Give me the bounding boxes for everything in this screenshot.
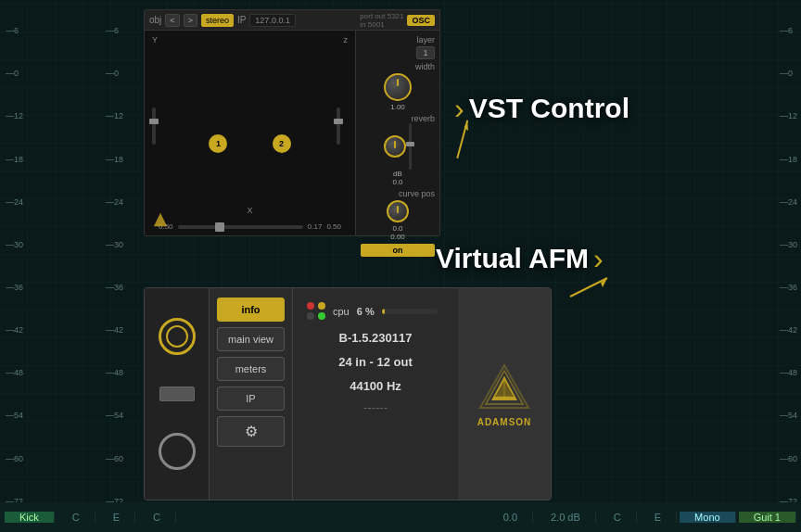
vst-right-fader[interactable] [337, 108, 340, 145]
source-node-1[interactable]: 1 [209, 134, 227, 153]
vst-right-fader-thumb [334, 119, 343, 124]
cpu-label: cpu [333, 306, 350, 317]
scale-labels-right: —6 —0 —12 —18 —24 —30 —36 —42 —48 —54 —6… [776, 0, 801, 532]
z-axis-label: z [344, 35, 349, 44]
pos-x-label: 0.17 [308, 222, 323, 231]
pos-right-label: 0.50 [326, 222, 341, 231]
cpu-bar [382, 309, 386, 314]
afm-content: cpu 6 % B-1.5.230117 24 in - 12 out 4410… [293, 288, 458, 500]
reverb-section: reverb dB 0.0 [361, 114, 435, 186]
afm-nav: info main view meters IP ⚙ [210, 288, 293, 500]
nav-info-button[interactable]: info [217, 298, 285, 322]
reverb-knob[interactable] [384, 135, 406, 158]
reverb-db-label: dB [393, 170, 402, 178]
triangle-logo [152, 211, 169, 228]
afm-panel: info main view meters IP ⚙ cpu 6 % [144, 287, 552, 500]
obj-label: obj [149, 15, 161, 25]
curve-pos-section: curve pos 0.0 0.00 [361, 189, 435, 241]
tab-2db[interactable]: 2.0 dB [536, 512, 596, 523]
source-node-2[interactable]: 2 [273, 134, 291, 153]
tab-guit1[interactable]: Guit 1 [739, 512, 796, 523]
afm-status-row: cpu 6 % [307, 302, 444, 320]
svg-line-1 [443, 120, 481, 158]
nav-settings-button[interactable]: ⚙ [217, 416, 285, 447]
nav-meters-button[interactable]: meters [217, 357, 285, 381]
ip-label-static: IP [237, 15, 246, 25]
dot-red-1 [307, 302, 314, 310]
dot-green-1 [318, 312, 325, 320]
layer-section: layer 1 [361, 35, 435, 59]
layer-label: layer [416, 35, 435, 44]
layer-value[interactable]: 1 [416, 46, 435, 59]
svg-line-3 [570, 278, 607, 297]
curve-pos-knob[interactable] [387, 200, 409, 222]
curve-pos-value: 0.0 [361, 224, 435, 233]
curve-pos-label: curve pos [361, 189, 435, 198]
ip-display: 127.0.0.1 [249, 14, 296, 27]
width-knob[interactable] [384, 73, 412, 101]
afm-sidebar [145, 288, 210, 500]
adamson-triangle-svg [477, 361, 532, 412]
afm-logo-area: ADAMSON [458, 288, 551, 500]
afm-power-button[interactable] [159, 318, 196, 355]
bottom-bar: Kick C E C 0.0 2.0 dB C E Mono Guit 1 [0, 502, 801, 532]
cpu-bar-container [382, 309, 438, 314]
next-button[interactable]: > [184, 14, 197, 27]
reverb-label: reverb [361, 114, 435, 123]
status-dots [307, 302, 325, 320]
vst-left-fader-thumb [149, 119, 159, 124]
tab-c3[interactable]: C [599, 512, 637, 523]
reverb-fader-thumb [406, 142, 414, 146]
width-label: width [361, 62, 435, 71]
afm-sample-rate: 44100 Hz [307, 377, 444, 397]
curve-value2: 0.00 [361, 233, 435, 241]
reverb-fader[interactable] [409, 123, 412, 170]
afm-channels: 24 in - 12 out [307, 353, 444, 373]
stereo-button[interactable]: stereo [201, 14, 234, 27]
vst-left-fader[interactable] [152, 108, 156, 145]
on-button[interactable]: on [361, 244, 435, 257]
power-notch [175, 327, 179, 336]
width-value: 1.00 [361, 103, 435, 111]
virtual-afm-label: Virtual AFM [436, 243, 589, 274]
vst-control-label: VST Control [469, 93, 629, 124]
afm-ring-button[interactable] [159, 433, 196, 470]
x-slider[interactable] [178, 225, 303, 229]
tab-kick[interactable]: Kick [5, 512, 55, 523]
adamson-text: ADAMSON [477, 417, 532, 427]
port-display: port out 5321 in 5001 [360, 12, 403, 29]
tab-c2[interactable]: C [138, 512, 176, 523]
afm-arrow-icon: › [593, 244, 604, 273]
y-axis-label: Y [152, 35, 158, 44]
nav-ip-button[interactable]: IP [217, 386, 285, 411]
vst-right-panel: layer 1 width 1.00 reverb dB [356, 31, 439, 235]
svg-marker-0 [154, 213, 167, 226]
afm-version: B-1.5.230117 [307, 329, 444, 348]
tab-e1[interactable]: E [98, 512, 135, 523]
dot-row-top [307, 302, 325, 310]
vst-toolbar: obj < > stereo IP 127.0.0.1 port out 532… [145, 10, 439, 31]
scale-labels-mid-left: —6 —0 —12 —18 —24 —30 —36 —42 —48 —54 —6… [102, 0, 127, 532]
reverb-value: 0.0 [392, 178, 402, 186]
tab-mono[interactable]: Mono [680, 512, 736, 523]
tab-c1[interactable]: C [57, 512, 95, 523]
x-slider-thumb [215, 222, 224, 232]
vst-main-area: Y z 1 2 X 0.50 [145, 31, 439, 235]
scale-labels-left: —6 —0 —12 —18 —24 —30 —36 —42 —48 —54 —6… [2, 0, 27, 532]
tab-zero[interactable]: 0.0 [489, 512, 533, 523]
vst-xy-pad[interactable]: Y z 1 2 X 0.50 [145, 31, 356, 235]
dot-dark-1 [307, 312, 314, 320]
prev-button[interactable]: < [165, 14, 179, 27]
dot-row-bottom [307, 312, 325, 320]
vst-panel: obj < > stereo IP 127.0.0.1 port out 532… [144, 9, 440, 236]
x-axis-label: X [247, 206, 252, 215]
afm-extra: ------ [307, 400, 444, 414]
osc-button[interactable]: OSC [407, 15, 435, 26]
afm-rect-button[interactable] [159, 386, 195, 401]
dot-yellow-1 [318, 302, 325, 310]
tab-e2[interactable]: E [640, 512, 677, 523]
adamson-logo: ADAMSON [477, 361, 532, 427]
vst-arrow-icon: › [454, 94, 464, 123]
afm-diagonal-line [566, 273, 612, 305]
nav-main-view-button[interactable]: main view [217, 327, 285, 351]
